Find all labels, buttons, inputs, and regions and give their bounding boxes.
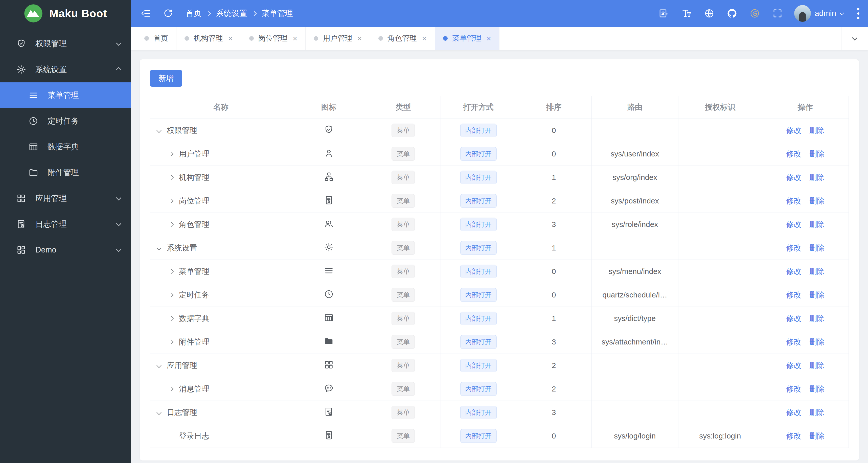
font-size-icon[interactable] [680, 7, 692, 20]
edit-link[interactable]: 修改 [786, 432, 801, 440]
edit-link[interactable]: 修改 [786, 244, 801, 252]
menu-name-cell: 日志管理 [154, 407, 288, 418]
menu-name-label: 消息管理 [179, 384, 209, 394]
gitee-icon[interactable] [749, 7, 761, 20]
fold-menu-icon[interactable] [140, 7, 152, 20]
edit-link[interactable]: 修改 [786, 290, 801, 299]
table-row: 日志管理菜单内部打开3修改删除 [150, 401, 849, 424]
expand-right-icon[interactable] [168, 222, 174, 227]
edit-link[interactable]: 修改 [786, 173, 801, 181]
clock-icon [28, 116, 38, 126]
breadcrumb-item[interactable]: 系统设置 [216, 8, 247, 19]
edit-link[interactable]: 修改 [786, 338, 801, 346]
delete-link[interactable]: 删除 [809, 361, 825, 369]
expand-right-icon[interactable] [168, 175, 174, 180]
menu-name-label: 权限管理 [167, 125, 197, 136]
edit-link[interactable]: 修改 [786, 197, 801, 205]
tab-close-icon[interactable]: × [357, 34, 362, 42]
translate-icon[interactable] [658, 7, 670, 20]
delete-link[interactable]: 删除 [809, 338, 825, 346]
delete-link[interactable]: 删除 [809, 150, 825, 158]
edit-link[interactable]: 修改 [786, 408, 801, 416]
edit-link[interactable]: 修改 [786, 267, 801, 276]
edit-link[interactable]: 修改 [786, 220, 801, 228]
tab-close-icon[interactable]: × [487, 34, 491, 42]
tab-overflow-button[interactable] [841, 27, 868, 50]
tab-close-icon[interactable]: × [422, 34, 427, 42]
edit-link[interactable]: 修改 [786, 385, 801, 393]
menu-name-cell: 消息管理 [154, 384, 288, 394]
column-header: 名称 [150, 96, 292, 119]
expand-down-icon[interactable] [156, 410, 161, 415]
expand-right-icon[interactable] [168, 387, 174, 392]
delete-link[interactable]: 删除 [809, 385, 825, 393]
delete-link[interactable]: 删除 [809, 244, 825, 252]
tab[interactable]: 菜单管理× [435, 27, 500, 50]
delete-link[interactable]: 删除 [809, 173, 825, 181]
post-icon [324, 195, 334, 205]
open-mode-tag: 内部打开 [460, 382, 497, 396]
edit-link[interactable]: 修改 [786, 361, 801, 369]
table-row: 岗位管理菜单内部打开2sys/post/index修改删除 [150, 189, 849, 213]
sidebar-item[interactable]: Demo [0, 237, 131, 263]
delete-link[interactable]: 删除 [809, 314, 825, 322]
github-icon[interactable] [726, 7, 738, 20]
tab[interactable]: 机构管理× [177, 27, 241, 50]
edit-link[interactable]: 修改 [786, 314, 801, 322]
tab[interactable]: 用户管理× [306, 27, 370, 50]
menu-name-label: 机构管理 [179, 173, 209, 183]
sidebar-item[interactable]: 应用管理 [0, 185, 131, 211]
tabs: 首页机构管理×岗位管理×用户管理×角色管理×菜单管理× [136, 27, 499, 50]
delete-link[interactable]: 删除 [809, 290, 825, 299]
sidebar-subitem[interactable]: 附件管理 [0, 160, 131, 185]
sidebar-subitem[interactable]: 菜单管理 [0, 82, 131, 108]
refresh-icon[interactable] [162, 7, 174, 20]
open-mode-tag: 内部打开 [460, 218, 497, 231]
delete-link[interactable]: 删除 [809, 267, 825, 276]
fullscreen-icon[interactable] [771, 7, 783, 20]
route-value: sys/post/index [591, 189, 678, 213]
sort-value: 3 [516, 330, 592, 354]
expand-right-icon[interactable] [168, 151, 174, 156]
tab-close-icon[interactable]: × [228, 34, 233, 42]
user-menu[interactable]: admin [794, 5, 843, 22]
globe-icon[interactable] [703, 7, 715, 20]
breadcrumb-item[interactable]: 首页 [186, 8, 202, 19]
sidebar-subitem[interactable]: 数据字典 [0, 134, 131, 160]
topbar: 首页系统设置菜单管理 admin [131, 0, 868, 27]
delete-link[interactable]: 删除 [809, 126, 825, 134]
sidebar-item[interactable]: 日志管理 [0, 211, 131, 237]
expand-right-icon[interactable] [168, 339, 174, 344]
expand-down-icon[interactable] [156, 363, 161, 368]
chevron-down-icon [116, 40, 121, 46]
tab[interactable]: 岗位管理× [241, 27, 306, 50]
column-header: 授权标识 [678, 96, 762, 119]
tab-close-icon[interactable]: × [293, 34, 298, 42]
kebab-icon[interactable] [855, 6, 861, 21]
tab[interactable]: 角色管理× [370, 27, 435, 50]
app-logo[interactable]: Maku Boot [0, 0, 131, 27]
tab[interactable]: 首页 [136, 27, 177, 50]
edit-link[interactable]: 修改 [786, 126, 801, 134]
breadcrumb-item: 菜单管理 [261, 8, 293, 19]
expand-down-icon[interactable] [156, 245, 161, 250]
sidebar-subitem[interactable]: 定时任务 [0, 108, 131, 134]
avatar[interactable] [794, 5, 811, 22]
expand-right-icon[interactable] [168, 269, 174, 274]
expand-right-icon[interactable] [168, 292, 174, 298]
menu-table-wrap: 名称图标类型打开方式排序路由授权标识操作 权限管理菜单内部打开0修改删除用户管理… [150, 96, 849, 448]
delete-link[interactable]: 删除 [809, 220, 825, 228]
menu-name-label: 附件管理 [179, 337, 209, 347]
mountain-logo-icon [24, 3, 43, 23]
expand-down-icon[interactable] [156, 128, 161, 133]
expand-right-icon[interactable] [168, 198, 174, 204]
edit-link[interactable]: 修改 [786, 150, 801, 158]
expand-right-icon[interactable] [168, 316, 174, 321]
add-button[interactable]: 新增 [150, 70, 182, 87]
sort-value: 0 [516, 142, 592, 166]
delete-link[interactable]: 删除 [809, 197, 825, 205]
delete-link[interactable]: 删除 [809, 432, 825, 440]
delete-link[interactable]: 删除 [809, 408, 825, 416]
sidebar-item[interactable]: 权限管理 [0, 31, 131, 57]
sidebar-item[interactable]: 系统设置 [0, 57, 131, 82]
